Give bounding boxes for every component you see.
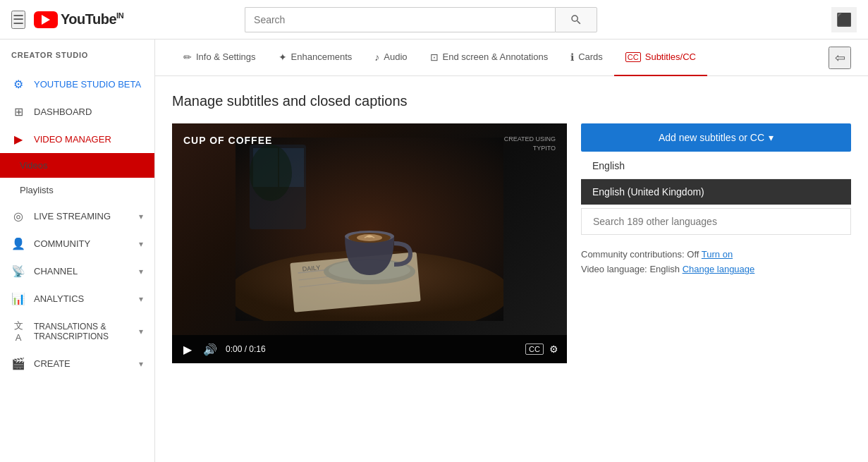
play-button[interactable]: ▶ <box>181 341 195 358</box>
search-bar <box>245 7 597 32</box>
video-overlay[interactable]: CUP OF COFFEE CREATED USING TYPITO <box>172 123 567 335</box>
analytics-icon: 📊 <box>11 292 25 305</box>
sidebar-brand: CREATOR STUDIO <box>0 39 154 71</box>
chevron-down-icon: ▾ <box>139 327 143 336</box>
info-icon: ℹ <box>570 51 574 63</box>
video-language-row: Video language: English Change language <box>581 264 851 274</box>
chevron-down-icon: ▾ <box>139 212 143 221</box>
sidebar: CREATOR STUDIO ⚙ YOUTUBE STUDIO BETA ⊞ D… <box>0 39 155 462</box>
video-title-overlay: CUP OF COFFEE <box>183 135 272 146</box>
sidebar-label: YOUTUBE STUDIO BETA <box>34 79 143 90</box>
search-icon <box>570 13 582 26</box>
time-display: 0:00 / 0:16 <box>226 344 520 354</box>
tab-subtitles[interactable]: CC Subtitles/CC <box>614 39 707 76</box>
chevron-down-icon: ▾ <box>139 239 143 249</box>
live-icon: ◎ <box>11 209 25 223</box>
enhancement-icon: ✦ <box>279 51 287 63</box>
tabs-bar: ✏ Info & Settings ✦ Enhancements ♪ Audio… <box>155 39 868 76</box>
main-content: ✏ Info & Settings ✦ Enhancements ♪ Audio… <box>155 39 868 462</box>
play-icon: ▶ <box>11 133 25 146</box>
youtube-logo[interactable]: YouTubeIN <box>34 11 123 28</box>
top-nav: ☰ YouTubeIN ⬛ <box>0 0 868 39</box>
tab-end-screen[interactable]: ⊡ End screen & Annotations <box>419 39 560 76</box>
hamburger-menu[interactable]: ☰ <box>11 11 25 29</box>
video-wrapper: CUP OF COFFEE CREATED USING TYPITO <box>172 123 567 363</box>
gear-icon: ⚙ <box>11 78 25 91</box>
language-item-english[interactable]: English <box>581 153 851 179</box>
tabs-back: ⇦ <box>829 47 851 69</box>
chevron-down-icon: ▾ <box>139 359 143 369</box>
sidebar-item-youtube-studio-beta[interactable]: ⚙ YOUTUBE STUDIO BETA <box>0 71 154 98</box>
sidebar-item-analytics[interactable]: 📊 ANALYTICS ▾ <box>0 285 154 312</box>
yt-logo-text: YouTubeIN <box>61 11 123 28</box>
dashboard-icon: ⊞ <box>11 105 25 118</box>
nav-right: ⬛ <box>831 7 857 32</box>
language-list: English English (United Kingdom) <box>581 153 851 205</box>
create-icon: 🎬 <box>11 357 25 370</box>
sidebar-item-live-streaming[interactable]: ◎ LIVE STREAMING ▾ <box>0 202 154 230</box>
pencil-icon: ✏ <box>183 51 192 63</box>
back-button[interactable]: ⇦ <box>829 47 851 69</box>
yt-logo-icon <box>34 11 58 28</box>
add-subtitles-button[interactable]: Add new subtitles or CC ▾ <box>581 123 851 152</box>
closed-captions-button[interactable]: CC <box>525 344 544 355</box>
language-item-english-uk[interactable]: English (United Kingdom) <box>581 179 851 205</box>
sidebar-item-video-manager[interactable]: ▶ VIDEO MANAGER <box>0 126 154 153</box>
svg-point-15 <box>250 145 292 201</box>
sidebar-item-translations[interactable]: 文A TRANSLATIONS & TRANSCRIPTIONS ▾ <box>0 312 154 350</box>
search-languages-input[interactable] <box>581 208 851 235</box>
audio-icon: ♪ <box>374 51 379 63</box>
sidebar-item-community[interactable]: 👤 COMMUNITY ▾ <box>0 230 154 257</box>
tab-enhancements[interactable]: ✦ Enhancements <box>267 39 364 76</box>
tab-audio[interactable]: ♪ Audio <box>363 39 418 76</box>
tab-info-settings[interactable]: ✏ Info & Settings <box>172 39 267 76</box>
upload-button[interactable]: ⬛ <box>831 7 857 32</box>
turn-on-link[interactable]: Turn on <box>702 249 733 260</box>
video-controls: ▶ 🔊 0:00 / 0:16 CC ⚙ <box>172 335 567 363</box>
search-input[interactable] <box>245 7 555 32</box>
sidebar-item-dashboard[interactable]: ⊞ DASHBOARD <box>0 98 154 126</box>
cc-tab-icon: CC <box>625 52 641 62</box>
volume-button[interactable]: 🔊 <box>200 341 220 358</box>
community-icon: 👤 <box>11 237 25 250</box>
app-layout: CREATOR STUDIO ⚙ YOUTUBE STUDIO BETA ⊞ D… <box>0 39 868 462</box>
translations-icon: 文A <box>11 320 25 343</box>
video-settings-button[interactable]: ⚙ <box>549 344 558 355</box>
community-info: Community contributions: Off Turn on Vid… <box>581 249 851 274</box>
sidebar-item-channel[interactable]: 📡 CHANNEL ▾ <box>0 257 154 285</box>
search-button[interactable] <box>555 7 597 32</box>
change-language-link[interactable]: Change language <box>683 264 755 274</box>
sidebar-item-create[interactable]: 🎬 CREATE ▾ <box>0 350 154 377</box>
tab-cards[interactable]: ℹ Cards <box>559 39 614 76</box>
video-watermark: CREATED USING TYPITO <box>504 135 556 152</box>
chevron-down-icon: ▾ <box>139 267 143 276</box>
chevron-down-icon: ▾ <box>139 294 143 304</box>
sidebar-item-videos[interactable]: Videos <box>0 153 154 178</box>
content-area: CUP OF COFFEE CREATED USING TYPITO <box>172 123 851 363</box>
community-contributions: Community contributions: Off Turn on <box>581 249 851 260</box>
page-content: Manage subtitles and closed captions CUP… <box>155 76 868 380</box>
video-player: CUP OF COFFEE CREATED USING TYPITO <box>172 123 567 363</box>
end-screen-icon: ⊡ <box>430 51 439 63</box>
page-title: Manage subtitles and closed captions <box>172 93 851 109</box>
channel-icon: 📡 <box>11 265 25 278</box>
subtitles-panel: Add new subtitles or CC ▾ English Englis… <box>581 123 851 363</box>
sidebar-item-playlists[interactable]: Playlists <box>0 178 154 202</box>
coffee-scene: DAILY <box>236 138 503 321</box>
